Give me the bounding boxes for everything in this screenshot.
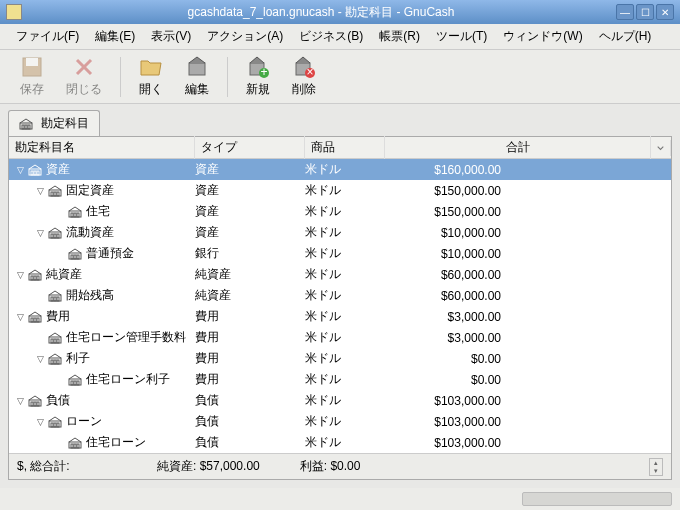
expand-toggle[interactable]: ▽ [15,395,26,406]
tab-accounts[interactable]: 勘定科目 [8,110,100,136]
svg-rect-20 [51,192,53,196]
account-icon [48,332,62,344]
account-row[interactable]: ▽資産資産米ドル$160,000.00 [9,159,671,180]
account-type: 銀行 [195,245,305,262]
window-title: gcashdata_7_loan.gnucash - 勘定科目 - GnuCas… [26,4,616,21]
expand-toggle [55,248,66,259]
account-commodity: 米ドル [305,392,385,409]
svg-rect-16 [31,171,33,175]
expand-toggle[interactable]: ▽ [35,416,46,427]
account-row[interactable]: 住宅資産米ドル$150,000.00 [9,201,671,222]
expand-toggle [35,332,46,343]
account-row[interactable]: ▽固定資産資産米ドル$150,000.00 [9,180,671,201]
account-commodity: 米ドル [305,245,385,262]
account-name: 資産 [46,161,70,178]
open-button[interactable]: 開く [129,51,173,102]
account-row[interactable]: ▽流動資産資産米ドル$10,000.00 [9,222,671,243]
delete-button[interactable]: × 削除 [282,51,326,102]
progress-placeholder [522,492,672,506]
expand-toggle[interactable]: ▽ [35,227,46,238]
svg-rect-22 [57,192,59,196]
expand-toggle [35,290,46,301]
expand-toggle[interactable]: ▽ [15,164,26,175]
account-name: 開始残高 [66,287,114,304]
summary-dropdown[interactable]: ▴▾ [649,458,663,476]
account-row[interactable]: 普通預金銀行米ドル$10,000.00 [9,243,671,264]
account-row[interactable]: 住宅ローン負債米ドル$103,000.00 [9,432,671,453]
svg-rect-33 [74,255,76,259]
menu-actions[interactable]: アクション(A) [199,25,291,48]
menu-tools[interactable]: ツール(T) [428,25,495,48]
account-row[interactable]: 開始残高純資産米ドル$60,000.00 [9,285,671,306]
account-total: $10,000.00 [385,247,671,261]
new-button[interactable]: + 新規 [236,51,280,102]
expand-toggle[interactable]: ▽ [15,269,26,280]
svg-rect-29 [54,234,56,238]
account-commodity: 米ドル [305,224,385,241]
account-row[interactable]: ▽利子費用米ドル$0.00 [9,348,671,369]
close-window-button[interactable]: ✕ [656,4,674,20]
svg-rect-41 [54,297,56,301]
account-type: 費用 [195,308,305,325]
account-type: 純資産 [195,287,305,304]
svg-rect-40 [51,297,53,301]
column-type[interactable]: タイプ [195,136,305,159]
account-name-cell: 住宅ローン管理手数料 [15,329,195,346]
svg-rect-18 [37,171,39,175]
expand-toggle[interactable]: ▽ [35,185,46,196]
new-icon: + [246,55,270,79]
expand-toggle[interactable]: ▽ [15,311,26,322]
app-icon [6,4,22,20]
expand-toggle[interactable]: ▽ [35,353,46,364]
account-commodity: 米ドル [305,182,385,199]
account-name-cell: 住宅ローン [15,434,195,451]
menu-file[interactable]: ファイル(F) [8,25,87,48]
menu-windows[interactable]: ウィンドウ(W) [495,25,590,48]
svg-rect-53 [54,360,56,364]
account-row[interactable]: ▽ローン負債米ドル$103,000.00 [9,411,671,432]
account-row[interactable]: 住宅ローン利子費用米ドル$0.00 [9,369,671,390]
expand-toggle [55,374,66,385]
account-row[interactable]: 住宅ローン管理手数料費用米ドル$3,000.00 [9,327,671,348]
column-name[interactable]: 勘定科目名 [9,136,195,159]
svg-rect-57 [74,381,76,385]
account-row[interactable]: ▽負債負債米ドル$103,000.00 [9,390,671,411]
column-total[interactable]: 合計 [385,136,651,159]
account-row[interactable]: ▽費用費用米ドル$3,000.00 [9,306,671,327]
column-menu-button[interactable] [651,140,671,156]
account-row[interactable]: ▽純資産純資産米ドル$60,000.00 [9,264,671,285]
account-tree-panel: 勘定科目名 タイプ 商品 合計 ▽資産資産米ドル$160,000.00▽固定資産… [8,136,672,480]
svg-rect-24 [71,213,73,217]
account-total: $60,000.00 [385,289,671,303]
svg-rect-48 [51,339,53,343]
account-icon [68,206,82,218]
menu-business[interactable]: ビジネス(B) [291,25,371,48]
account-type: 資産 [195,161,305,178]
account-icon [28,395,42,407]
menu-reports[interactable]: 帳票(R) [371,25,428,48]
edit-button[interactable]: 編集 [175,51,219,102]
menu-edit[interactable]: 編集(E) [87,25,143,48]
folder-open-icon [139,55,163,79]
titlebar: gcashdata_7_loan.gnucash - 勘定科目 - GnuCas… [0,0,680,24]
summary-currency[interactable]: $, 総合計: [17,458,117,475]
menu-view[interactable]: 表示(V) [143,25,199,48]
minimize-button[interactable]: — [616,4,634,20]
maximize-button[interactable]: ☐ [636,4,654,20]
account-icon [48,353,62,365]
column-commodity[interactable]: 商品 [305,136,385,159]
toolbar-separator [120,57,121,97]
svg-text:×: × [306,65,313,79]
account-icon [48,290,62,302]
save-icon [20,55,44,79]
menu-help[interactable]: ヘルプ(H) [591,25,660,48]
account-name: 費用 [46,308,70,325]
svg-rect-52 [51,360,53,364]
svg-rect-36 [31,276,33,280]
account-name: 住宅ローン [86,434,146,451]
account-name-cell: ▽利子 [15,350,195,367]
summary-bar: $, 総合計: 純資産: $57,000.00 利益: $0.00 ▴▾ [9,453,671,479]
svg-rect-56 [71,381,73,385]
account-type: 負債 [195,392,305,409]
account-icon [28,269,42,281]
